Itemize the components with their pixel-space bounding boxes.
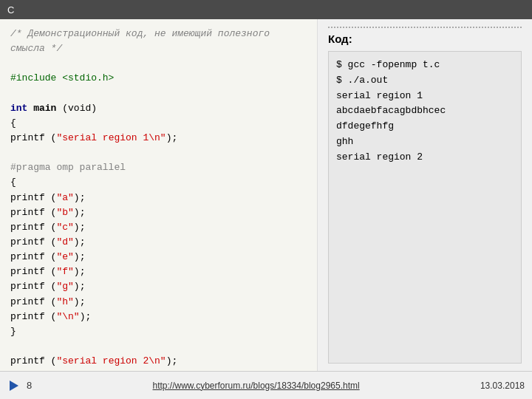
play-icon <box>10 381 18 391</box>
code-pragma: #pragma omp parallel <box>10 160 307 175</box>
main-content: /* Демонстрационный код, не имеющий поле… <box>0 19 532 371</box>
url-link[interactable]: http://www.cyberforum.ru/blogs/18334/blo… <box>153 381 360 391</box>
language-label: C <box>7 4 14 16</box>
main-sig-text: main (void) <box>33 103 97 114</box>
bottom-left: 8 <box>7 379 32 392</box>
code-printf-b: printf ("b"); <box>10 205 307 220</box>
code-printf2: printf ("serial region 2\n"); <box>10 354 307 369</box>
output-line-1: $ gcc -fopenmp t.c <box>336 58 514 73</box>
code-printf-f: printf ("f"); <box>10 265 307 279</box>
scroll-divider <box>328 27 522 28</box>
output-box: $ gcc -fopenmp t.c $ ./a.out serial regi… <box>328 51 522 364</box>
output-panel: Код: $ gcc -fopenmp t.c $ ./a.out serial… <box>318 19 532 371</box>
code-printf-c: printf ("c"); <box>10 220 307 235</box>
output-label: Код: <box>328 33 522 45</box>
code-printf-d: printf ("d"); <box>10 235 307 250</box>
code-include: #include <stdio.h> <box>10 71 307 86</box>
date-label: 13.03.2018 <box>480 381 525 391</box>
bottom-bar: 8 http://www.cyberforum.ru/blogs/18334/b… <box>0 371 532 399</box>
top-bar: C <box>0 0 532 19</box>
page-number: 8 <box>27 380 32 391</box>
output-line-5: dfdegefhfg <box>336 119 514 134</box>
code-printf-newline: printf ("\n"); <box>10 310 307 324</box>
output-line-8: serial region 2 <box>336 150 514 166</box>
output-line-4: abcdaebfacagbdbhcec <box>336 103 514 119</box>
code-printf1: printf ("serial region 1\n"); <box>10 131 307 146</box>
code-panel: /* Демонстрационный код, не имеющий поле… <box>0 19 318 371</box>
code-printf-g: printf ("g"); <box>10 279 307 294</box>
code-block-open: { <box>10 175 307 190</box>
code-comment: /* Демонстрационный код, не имеющий поле… <box>10 27 307 56</box>
output-line-3: serial region 1 <box>336 89 514 104</box>
output-line-2: $ ./a.out <box>336 73 514 89</box>
code-block-close: } <box>10 324 307 339</box>
code-printf-e: printf ("e"); <box>10 250 307 265</box>
code-printf-a: printf ("a"); <box>10 191 307 205</box>
output-line-6: ghh <box>336 134 514 150</box>
keyword-int: int <box>10 103 33 114</box>
code-open-brace: { <box>10 116 307 131</box>
code-main-sig: int main (void) <box>10 101 307 116</box>
code-printf-h: printf ("h"); <box>10 295 307 310</box>
play-button[interactable] <box>7 379 21 392</box>
